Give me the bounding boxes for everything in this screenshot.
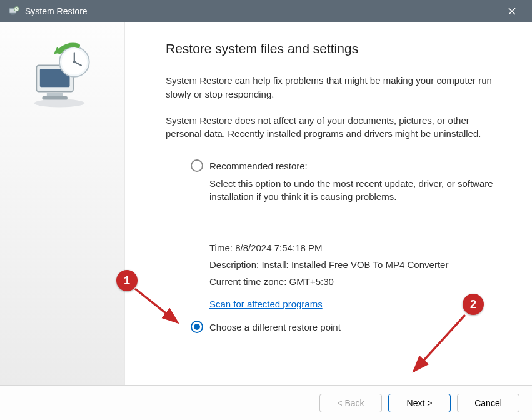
restore-description-row: Description: Install: Installed Free VOB… (209, 256, 494, 273)
radio-checked-icon (191, 321, 203, 333)
titlebar: System Restore (0, 0, 532, 22)
description-label: Description: (209, 259, 261, 270)
restore-point-details: Time: 8/8/2024 7:54:18 PM Description: I… (209, 239, 494, 290)
wizard-left-pane (0, 22, 125, 385)
timezone-label: Current time zone: (209, 276, 289, 287)
scan-affected-programs-link[interactable]: Scan for affected programs (209, 299, 323, 309)
description-para-1: System Restore can help fix problems tha… (166, 74, 494, 101)
annotation-marker-2: 2 (463, 294, 484, 315)
description-para-2: System Restore does not affect any of yo… (166, 114, 494, 141)
cancel-button[interactable]: Cancel (457, 394, 519, 412)
footer-button-bar: < Back Next > Cancel (0, 385, 532, 420)
svg-point-12 (73, 61, 76, 64)
svg-rect-1 (11, 14, 15, 15)
recommended-restore-label: Recommended restore: (209, 161, 308, 171)
restore-wizard-icon (25, 41, 94, 110)
svg-rect-7 (43, 96, 68, 100)
time-label: Time: (209, 242, 235, 253)
svg-point-3 (34, 99, 85, 108)
restore-timezone-row: Current time zone: GMT+5:30 (209, 273, 494, 290)
recommended-restore-description: Select this option to undo the most rece… (209, 177, 494, 203)
svg-rect-6 (47, 93, 63, 97)
radio-unchecked-icon (191, 159, 203, 172)
back-button[interactable]: < Back (319, 394, 382, 412)
content-area: Restore system files and settings System… (0, 22, 532, 385)
next-button[interactable]: Next > (388, 394, 451, 412)
different-restore-point-radio[interactable]: Choose a different restore point (191, 321, 494, 333)
restore-time-row: Time: 8/8/2024 7:54:18 PM (209, 239, 494, 256)
recommended-restore-radio[interactable]: Recommended restore: (191, 159, 494, 172)
timezone-value: GMT+5:30 (289, 276, 334, 287)
annotation-marker-1: 1 (116, 270, 138, 291)
time-value: 8/8/2024 7:54:18 PM (235, 242, 322, 253)
different-restore-point-label: Choose a different restore point (209, 322, 341, 332)
restore-options: Recommended restore: Select this option … (191, 159, 494, 333)
close-button[interactable] (499, 0, 524, 22)
description-value: Install: Installed Free VOB To MP4 Conve… (261, 259, 448, 270)
page-heading: Restore system files and settings (166, 41, 494, 56)
system-restore-icon (8, 5, 20, 18)
main-pane: Restore system files and settings System… (125, 22, 532, 385)
window-title: System Restore (25, 6, 499, 16)
